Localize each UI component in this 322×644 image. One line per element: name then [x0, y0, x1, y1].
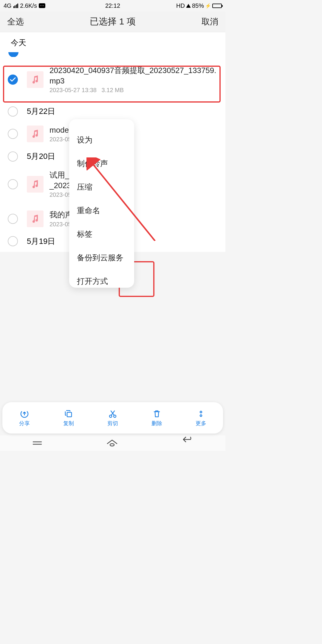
menu-backup-cloud[interactable]: 备份到云服务 [69, 246, 134, 270]
action-more-label: 更多 [196, 420, 206, 427]
menu-make-ringtone[interactable]: 制作铃声 [69, 152, 134, 175]
music-file-icon [27, 71, 44, 88]
svg-point-5 [200, 411, 202, 413]
signal-icon [13, 4, 18, 8]
more-actions-popup: 设为 制作铃声 压缩 重命名 标签 备份到云服务 打开方式 [69, 119, 134, 288]
notification-icon [39, 3, 45, 8]
menu-set-as[interactable]: 设为 [69, 128, 134, 152]
svg-rect-2 [67, 412, 72, 417]
file-name: 20230420_040937音频提取_20230527_133759.mp3 [49, 65, 219, 86]
date-label: 5月22日 [27, 106, 55, 117]
menu-rename[interactable]: 重命名 [69, 199, 134, 222]
action-copy[interactable]: 复制 [63, 409, 74, 427]
network-speed: 2.6K/s [20, 2, 37, 9]
partial-visible-checkbox[interactable] [0, 51, 225, 57]
checkbox-empty[interactable] [8, 179, 18, 189]
svg-point-6 [200, 415, 202, 417]
date-group-row[interactable]: 5月22日 [0, 101, 225, 122]
checkbox-empty[interactable] [8, 236, 18, 246]
music-file-icon [27, 210, 44, 227]
menu-compress[interactable]: 压缩 [69, 175, 134, 199]
action-share[interactable]: 分享 [19, 409, 30, 427]
network-type: 4G [4, 2, 12, 9]
action-delete-label: 删除 [151, 420, 162, 427]
nav-home-button[interactable] [106, 439, 118, 447]
checkbox-empty[interactable] [8, 129, 18, 139]
clock: 22:12 [105, 2, 120, 9]
battery-percent: 85% [192, 2, 204, 9]
checkbox-empty[interactable] [8, 106, 18, 117]
section-today-label: 今天 [0, 32, 225, 51]
nav-back-button[interactable] [182, 436, 193, 450]
selection-title: 已选择 1 项 [90, 16, 135, 28]
battery-icon [212, 4, 222, 8]
checkbox-checked[interactable] [8, 75, 18, 85]
date-label: 5月19日 [27, 236, 55, 247]
file-meta: 2023-05-27 13:38 3.12 MB [49, 87, 219, 94]
file-row-selected[interactable]: 20230420_040937音频提取_20230527_133759.mp3 … [0, 58, 225, 101]
action-more[interactable]: 更多 [196, 409, 206, 427]
menu-tags[interactable]: 标签 [69, 222, 134, 246]
bottom-action-bar: 分享 复制 剪切 删除 更多 [2, 402, 223, 434]
wifi-icon [186, 2, 191, 9]
music-file-icon [27, 126, 44, 142]
cancel-button[interactable]: 取消 [202, 16, 218, 27]
action-share-label: 分享 [19, 420, 30, 427]
action-delete[interactable]: 删除 [151, 409, 162, 427]
charging-icon: ⚡ [205, 3, 211, 9]
action-copy-label: 复制 [63, 420, 74, 427]
select-all-button[interactable]: 全选 [7, 16, 24, 27]
action-cut-label: 剪切 [107, 420, 118, 427]
system-nav-bar [0, 435, 225, 451]
hd-indicator: HD [176, 2, 185, 9]
status-bar: 4G 2.6K/s 22:12 HD 85% ⚡ [0, 0, 225, 11]
checkbox-empty[interactable] [8, 214, 18, 224]
svg-point-9 [110, 444, 114, 446]
music-file-icon [27, 176, 44, 193]
action-cut[interactable]: 剪切 [107, 409, 118, 427]
checkbox-empty[interactable] [8, 151, 18, 162]
nav-recent-button[interactable] [32, 439, 43, 447]
selection-header: 全选 已选择 1 项 取消 [0, 11, 225, 32]
date-label: 5月20日 [27, 151, 55, 162]
menu-open-with[interactable]: 打开方式 [69, 270, 134, 287]
